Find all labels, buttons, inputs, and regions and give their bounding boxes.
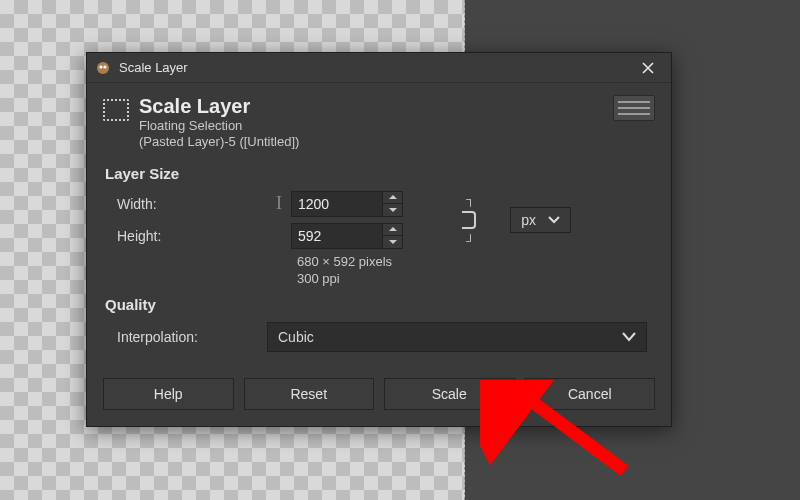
svg-point-0 <box>97 62 109 74</box>
width-step-down[interactable] <box>383 204 402 216</box>
close-icon <box>642 62 654 74</box>
height-label: Height: <box>117 228 267 244</box>
chevron-down-icon <box>548 216 560 224</box>
chevron-up-icon <box>389 194 397 200</box>
layer-icon <box>103 99 129 121</box>
scale-button[interactable]: Scale <box>384 378 515 410</box>
chain-link-toggle[interactable]: ┐ ┘ <box>460 192 478 248</box>
close-button[interactable] <box>631 57 665 79</box>
width-step-up[interactable] <box>383 192 402 205</box>
width-input-wrapper <box>291 191 403 217</box>
height-step-down[interactable] <box>383 236 402 248</box>
interpolation-label: Interpolation: <box>117 329 267 345</box>
interpolation-select[interactable]: Cubic <box>267 322 647 352</box>
height-input[interactable] <box>292 224 382 248</box>
width-label: Width: <box>117 196 267 212</box>
text-cursor-icon: I <box>267 193 291 214</box>
chevron-down-icon <box>389 207 397 213</box>
gimp-icon <box>95 60 111 76</box>
help-button[interactable]: Help <box>103 378 234 410</box>
section-quality: Quality <box>87 286 671 319</box>
reset-button[interactable]: Reset <box>244 378 375 410</box>
dialog-title: Scale Layer <box>119 60 188 75</box>
svg-point-2 <box>103 65 106 68</box>
resolution-info: 300 ppi <box>87 269 671 286</box>
scale-layer-dialog: Scale Layer Scale Layer Floating Selecti… <box>86 52 672 427</box>
cancel-button[interactable]: Cancel <box>525 378 656 410</box>
section-layer-size: Layer Size <box>87 155 671 188</box>
unit-value: px <box>521 212 536 228</box>
width-input[interactable] <box>292 192 382 216</box>
header-title: Scale Layer <box>139 95 299 118</box>
svg-point-1 <box>99 65 102 68</box>
chain-icon <box>462 211 476 229</box>
chevron-down-icon <box>389 239 397 245</box>
filmstrip-icon <box>613 95 655 121</box>
interpolation-value: Cubic <box>278 329 314 345</box>
header-subtitle-2: (Pasted Layer)-5 ([Untitled]) <box>139 134 299 150</box>
chevron-down-icon <box>622 332 636 342</box>
height-step-up[interactable] <box>383 224 402 237</box>
header-subtitle-1: Floating Selection <box>139 118 299 134</box>
unit-select[interactable]: px <box>510 207 571 233</box>
original-dimensions: 680 × 592 pixels <box>87 252 671 269</box>
height-input-wrapper <box>291 223 403 249</box>
dialog-titlebar[interactable]: Scale Layer <box>87 53 671 83</box>
chevron-up-icon <box>389 226 397 232</box>
